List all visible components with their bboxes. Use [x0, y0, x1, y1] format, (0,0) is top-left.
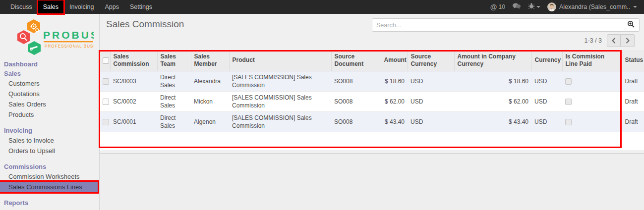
table-row[interactable]: SC/0001 Direct Sales Algenon [SALES COMM…: [100, 111, 644, 132]
col-header-sales-commission[interactable]: Sales Commission: [110, 50, 157, 71]
chevron-left-icon: [612, 38, 616, 44]
nav-item-sales[interactable]: Sales: [38, 0, 64, 14]
cell-amount: $ 18.60: [381, 71, 408, 91]
company-logo[interactable]: PROBUSE PROFESSIONAL BUSINESS: [0, 14, 99, 57]
row-checkbox[interactable]: [103, 119, 109, 125]
select-all-cell: [100, 50, 110, 71]
cell-amount-company: $ 43.40: [454, 111, 531, 132]
col-header-source-currency[interactable]: Source Currency: [408, 50, 454, 71]
cell-sales-team: Direct Sales: [157, 111, 191, 132]
search-icon[interactable]: [627, 20, 635, 30]
control-panel: Sales Commission 1-3 / 3: [100, 14, 644, 50]
col-header-sales-member[interactable]: Sales Member: [191, 50, 229, 71]
col-header-amount-company-currency[interactable]: Amount in Company Currency: [454, 50, 531, 71]
col-header-amount[interactable]: Amount: [381, 50, 408, 71]
logo-title: PROBUSE: [43, 29, 94, 41]
cell-source-currency: USD: [408, 71, 454, 91]
sidebar: PROBUSE PROFESSIONAL BUSINESS Dashboard …: [0, 14, 100, 210]
cell-sales-member: Alexandra: [191, 71, 229, 91]
select-all-checkbox[interactable]: [103, 57, 109, 64]
is-paid-checkbox: [565, 99, 572, 105]
cell-amount: $ 43.40: [381, 111, 408, 132]
sidebar-item-sales-commissions-lines[interactable]: Sales Commissions Lines: [0, 182, 98, 192]
messages-menu[interactable]: [512, 2, 521, 11]
cell-sales-commission: SC/0002: [110, 91, 157, 111]
cell-source-currency: USD: [408, 91, 454, 111]
table-row[interactable]: SC/0003 Direct Sales Alexandra [SALES CO…: [100, 71, 644, 91]
page-title: Sales Commission: [106, 19, 184, 30]
col-header-product[interactable]: Product: [229, 50, 331, 71]
cell-sales-commission: SC/0001: [110, 111, 157, 132]
row-checkbox[interactable]: [103, 99, 109, 105]
col-header-sales-team[interactable]: Sales Team: [157, 50, 191, 71]
pager: 1-3 / 3: [585, 34, 635, 47]
col-header-is-commission-line-paid[interactable]: Is Commision Line Paid: [562, 50, 621, 71]
sidebar-item-orders-to-upsell[interactable]: Orders to Upsell: [0, 146, 99, 156]
nav-item-settings[interactable]: Settings: [124, 0, 158, 14]
cell-status: Draft: [621, 71, 644, 91]
cell-is-paid: [562, 111, 621, 132]
nav-item-discuss[interactable]: Discuss: [5, 0, 38, 14]
cell-status: Draft: [621, 111, 644, 132]
cell-source-document: SO008: [331, 111, 381, 132]
sidebar-section-invoicing[interactable]: Invoicing: [0, 126, 99, 135]
cell-status: Draft: [621, 91, 644, 111]
col-header-status[interactable]: Status: [621, 50, 644, 71]
cell-amount-company: $ 62.00: [454, 91, 531, 111]
at-icon: @: [490, 3, 497, 11]
cell-sales-member: Algenon: [191, 111, 229, 132]
table-header-row: Sales Commission Sales Team Sales Member…: [100, 50, 644, 71]
top-navbar: Discuss Sales Invoicing Apps Settings @ …: [0, 0, 644, 14]
cell-amount-company: $ 18.60: [454, 71, 531, 91]
app-menu: Discuss Sales Invoicing Apps Settings: [5, 0, 158, 14]
table-row[interactable]: SC/0002 Direct Sales Mickon [SALES COMMI…: [100, 91, 644, 111]
commission-table: Sales Commission Sales Team Sales Member…: [100, 50, 644, 132]
chevron-down-icon: [536, 6, 540, 8]
sidebar-item-dashboard[interactable]: Dashboard: [0, 59, 99, 69]
user-menu[interactable]: Alexandra (Sales_comm..: [547, 2, 639, 11]
activities-menu[interactable]: @ 10: [490, 3, 505, 11]
cell-source-currency: USD: [408, 111, 454, 132]
sidebar-section-reports[interactable]: Reports: [0, 198, 99, 208]
search-bar: [372, 18, 640, 32]
sidebar-item-customers[interactable]: Customers: [0, 78, 99, 89]
debug-menu[interactable]: [528, 2, 540, 11]
sidebar-item-quotations[interactable]: Quotations: [0, 89, 99, 99]
sidebar-section-commissions[interactable]: Commissions: [0, 162, 99, 171]
col-header-currency[interactable]: Currency: [531, 50, 562, 71]
row-checkbox[interactable]: [103, 78, 109, 85]
user-name-label: Alexandra (Sales_comm..: [559, 3, 630, 10]
pager-range-label: 1-3 / 3: [585, 37, 602, 44]
cell-source-document: SO008: [331, 91, 381, 111]
cell-is-paid: [562, 71, 621, 91]
sidebar-item-products[interactable]: Products: [0, 109, 99, 120]
is-paid-checkbox: [565, 119, 572, 125]
pager-next-button[interactable]: [621, 34, 635, 47]
cell-sales-team: Direct Sales: [157, 91, 191, 111]
bug-icon: [528, 2, 535, 11]
cell-is-paid: [562, 91, 621, 111]
cell-product: [SALES COMMISSION] Sales Commission: [229, 71, 331, 91]
is-paid-checkbox: [565, 78, 572, 85]
avatar: [547, 2, 556, 11]
logo-tagline: PROFESSIONAL BUSINESS: [45, 44, 94, 49]
cell-currency: USD: [531, 71, 562, 91]
sidebar-item-sales-to-invoice[interactable]: Sales to Invoice: [0, 135, 99, 146]
pager-previous-button[interactable]: [607, 34, 621, 47]
cell-amount: $ 62.00: [381, 91, 408, 111]
sidebar-item-sales-orders[interactable]: Sales Orders: [0, 99, 99, 109]
sidebar-menu: Dashboard Sales Customers Quotations Sal…: [0, 57, 99, 210]
sidebar-section-sales[interactable]: Sales: [0, 69, 99, 78]
col-header-source-document[interactable]: Source Document: [331, 50, 381, 71]
chat-bubbles-icon: [512, 2, 521, 11]
sidebar-item-commission-worksheets[interactable]: Commission Worksheets: [0, 171, 99, 182]
sidebar-item-reports-sales[interactable]: Sales: [0, 208, 99, 210]
search-input[interactable]: [376, 22, 627, 29]
cell-sales-team: Direct Sales: [157, 71, 191, 91]
nav-item-invoicing[interactable]: Invoicing: [64, 0, 99, 14]
cell-source-document: SO008: [331, 71, 381, 91]
activity-count-badge: 10: [499, 3, 505, 10]
chevron-down-icon: [633, 6, 637, 8]
nav-item-apps[interactable]: Apps: [99, 0, 124, 14]
cell-currency: USD: [531, 111, 562, 132]
